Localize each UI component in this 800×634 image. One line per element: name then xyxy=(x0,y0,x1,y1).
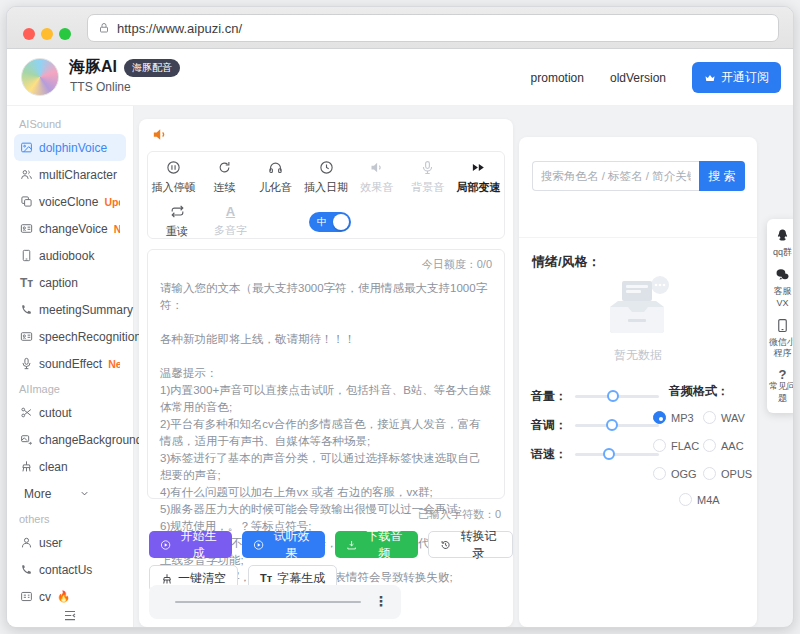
fast-forward-icon xyxy=(471,160,486,175)
stress-button[interactable]: 重读 xyxy=(166,204,188,239)
audio-player: ⋮ xyxy=(149,585,401,619)
language-toggle-label: 中 xyxy=(317,215,327,229)
slider-thumb[interactable] xyxy=(607,390,619,402)
float-item-label: 微信小程序 xyxy=(769,337,794,360)
sidebar-item-user[interactable]: user xyxy=(14,529,126,556)
sidebar-item-label: clean xyxy=(39,460,68,474)
volume-slider-row: 音量： xyxy=(531,387,659,405)
format-option-m4a[interactable]: M4A xyxy=(679,493,720,506)
download-audio-button[interactable]: 下载音频 xyxy=(335,531,418,558)
history-button[interactable]: 转换记录 xyxy=(428,531,513,558)
old-version-link[interactable]: oldVersion xyxy=(610,71,666,85)
audio-progress-bar[interactable] xyxy=(175,601,361,603)
insert-date-button[interactable]: 插入日期 xyxy=(301,160,352,195)
sidebar-item-voiceclone[interactable]: voiceClone Update xyxy=(14,188,126,215)
close-window-button[interactable] xyxy=(23,28,35,40)
insert-pause-button[interactable]: 插入停顿 xyxy=(148,160,199,195)
format-option-flac[interactable]: FLAC xyxy=(653,439,699,452)
editor-toolbar: 插入停顿 连续 儿化音 插入日期 效果音 xyxy=(147,151,505,239)
text-input-area[interactable]: 今日额度：0/0 请输入您的文本（最大支持3000字符，使用情感最大支持1000… xyxy=(147,249,505,499)
sidebar-item-label: speechRecognition xyxy=(39,330,141,344)
sidebar-item-multicharacter[interactable]: multiCharacter Up... xyxy=(14,161,126,188)
subscribe-button[interactable]: 开通订阅 xyxy=(692,62,781,93)
image-sound-icon xyxy=(20,141,33,154)
wechat-support-item[interactable]: 客服VX xyxy=(769,267,794,309)
sidebar-item-contactus[interactable]: contactUs xyxy=(14,556,126,583)
erhua-button[interactable]: 儿化音 xyxy=(250,160,301,195)
effect-sound-button[interactable]: 效果音 xyxy=(351,160,402,195)
format-option-mp3[interactable]: MP3 xyxy=(653,411,694,424)
sidebar-item-badge: New xyxy=(108,358,120,370)
format-option-wav[interactable]: WAV xyxy=(703,411,745,424)
scissors-icon xyxy=(20,406,33,419)
placeholder-line xyxy=(160,314,492,331)
polyphone-button[interactable]: A 多音字 xyxy=(214,205,247,238)
search-input[interactable] xyxy=(532,161,699,191)
phone-handset-icon xyxy=(20,563,33,576)
kebab-menu-icon[interactable]: ⋮ xyxy=(374,593,388,609)
toolbar-label: 多音字 xyxy=(214,223,247,238)
float-item-label: 客服VX xyxy=(769,286,794,309)
format-option-opus[interactable]: OPUS xyxy=(703,467,752,480)
sidebar-item-soundeffect[interactable]: soundEffect New xyxy=(14,350,126,377)
speaker-icon[interactable] xyxy=(151,126,168,143)
sidebar-collapse-icon[interactable] xyxy=(63,608,78,623)
voice-search: 搜 索 xyxy=(532,161,745,191)
sidebar-item-dolphinvoice[interactable]: dolphinVoice xyxy=(14,134,126,161)
language-toggle[interactable]: 中 xyxy=(309,212,351,232)
format-option-label: AAC xyxy=(721,440,744,452)
url-text: https://www.aipuzi.cn/ xyxy=(117,21,242,36)
sidebar-item-cutout[interactable]: cutout xyxy=(14,399,126,426)
format-option-label: WAV xyxy=(721,412,745,424)
sidebar-item-badge: Update xyxy=(104,196,120,208)
sidebar-item-more[interactable]: More xyxy=(14,480,126,507)
user-icon xyxy=(20,536,33,549)
toolbar-label: 插入日期 xyxy=(304,180,348,195)
search-button[interactable]: 搜 索 xyxy=(699,161,745,191)
continuous-button[interactable]: 连续 xyxy=(199,160,250,195)
speed-slider-row: 语速： xyxy=(531,445,659,463)
sidebar-item-clean[interactable]: clean xyxy=(14,453,126,480)
sidebar-item-changebackground[interactable]: changeBackground xyxy=(14,426,126,453)
maximize-window-button[interactable] xyxy=(59,28,71,40)
sidebar-item-changevoice[interactable]: changeVoice New xyxy=(14,215,126,242)
id-card-icon xyxy=(20,222,33,235)
sidebar-item-label: dolphinVoice xyxy=(39,141,107,155)
toolbar-row1: 插入停顿 连续 儿化音 插入日期 效果音 xyxy=(148,152,504,195)
toolbar-label: 儿化音 xyxy=(259,180,292,195)
qq-group-item[interactable]: qq群 xyxy=(769,228,794,258)
radio-icon xyxy=(653,439,666,452)
preview-button[interactable]: 试听效果 xyxy=(242,531,325,558)
sidebar-item-cv[interactable]: cv 🔥 xyxy=(14,583,126,610)
app-logo[interactable] xyxy=(21,58,59,96)
sidebar-item-speechrecognition[interactable]: speechRecognition xyxy=(14,323,126,350)
slider-thumb[interactable] xyxy=(603,448,615,460)
format-option-label: M4A xyxy=(697,494,720,506)
button-label: 转换记录 xyxy=(456,528,501,562)
lock-icon xyxy=(98,22,110,34)
sidebar-item-label: multiCharacter xyxy=(39,168,117,182)
sidebar: AISound dolphinVoice multiCharacter Up..… xyxy=(7,106,134,627)
headphones-icon xyxy=(268,160,283,175)
slider-thumb[interactable] xyxy=(606,419,618,431)
local-speed-button[interactable]: 局部变速 xyxy=(453,160,504,195)
button-label: 下载音频 xyxy=(362,528,407,562)
background-sound-button[interactable]: 背景音 xyxy=(402,160,453,195)
sidebar-item-meetingsummary[interactable]: meetingSummary xyxy=(14,296,126,323)
volume-slider[interactable] xyxy=(575,395,659,398)
sidebar-item-caption[interactable]: Tт caption xyxy=(14,269,126,296)
pitch-slider[interactable] xyxy=(575,424,659,427)
address-bar[interactable]: https://www.aipuzi.cn/ xyxy=(87,14,779,42)
miniprogram-item[interactable]: 微信小程序 xyxy=(769,318,794,360)
minimize-window-button[interactable] xyxy=(41,28,53,40)
qq-icon xyxy=(775,228,790,243)
format-option-ogg[interactable]: OGG xyxy=(653,467,697,480)
generate-button[interactable]: 开始生成 xyxy=(149,531,232,558)
format-option-aac[interactable]: AAC xyxy=(703,439,744,452)
clock-icon xyxy=(319,160,334,175)
promotion-link[interactable]: promotion xyxy=(531,71,584,85)
faq-item[interactable]: ? 常见问题 xyxy=(769,368,794,404)
speed-slider[interactable] xyxy=(575,453,659,456)
mic-icon xyxy=(20,357,33,370)
sidebar-item-audiobook[interactable]: audiobook xyxy=(14,242,126,269)
